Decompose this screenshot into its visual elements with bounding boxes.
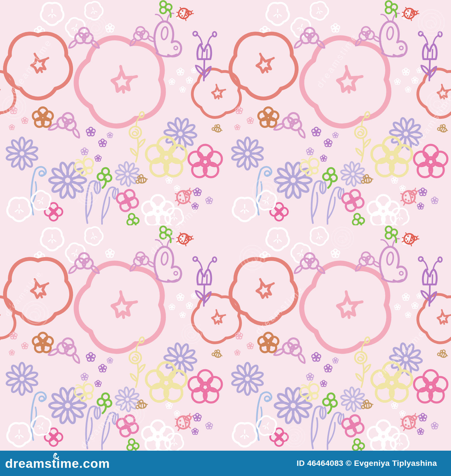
floral-pattern-background: dreamstime dreamstime dreamstime dreamst… — [0, 0, 451, 451]
stock-image-preview: dreamstime dreamstime dreamstime dreamst… — [0, 0, 451, 476]
floral-pattern-svg: dreamstime dreamstime dreamstime dreamst… — [0, 0, 451, 451]
logo-spiral-icon — [52, 453, 60, 460]
watermark-footer-bar: dreamstime.com ID 46464083 © Evgeniya Ti… — [0, 451, 451, 476]
dreamstime-logo: dreamstime.com — [5, 457, 110, 470]
pattern-tiles — [0, 0, 451, 451]
image-credit: ID 46464083 © Evgeniya Tiplyashina — [297, 459, 437, 468]
